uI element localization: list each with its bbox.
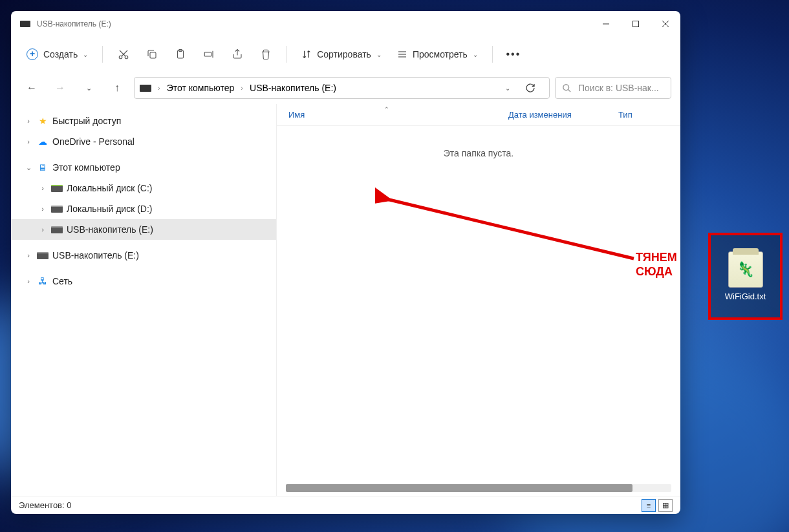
sidebar-item-label: Этот компьютер (52, 162, 120, 173)
up-button[interactable]: ↑ (105, 76, 129, 100)
expand-icon[interactable]: › (38, 226, 47, 233)
sidebar-item[interactable]: ›Локальный диск (C:) (11, 178, 276, 198)
empty-folder-text: Эта папка пуста. (277, 126, 680, 180)
drive-icon (20, 21, 30, 27)
svg-point-17 (563, 84, 569, 90)
sidebar-item[interactable]: ›USB-накопитель (E:) (11, 245, 276, 266)
create-label: Создать (43, 49, 78, 59)
expand-icon[interactable]: › (38, 205, 47, 213)
minimize-button[interactable] (591, 11, 621, 37)
sort-icon (301, 49, 312, 59)
svg-rect-11 (204, 52, 211, 56)
sidebar-item-label: Локальный диск (C:) (67, 183, 153, 193)
view-label: Просмотреть (413, 49, 468, 59)
icons-view-button[interactable]: ▦ (658, 499, 673, 512)
sidebar-item[interactable]: ›☁OneDrive - Personal (11, 131, 276, 152)
chevron-down-icon[interactable]: ⌄ (505, 85, 510, 92)
toolbar: Создать ⌄ Сортировать ⌄ Просмотреть ⌄ ••… (11, 37, 680, 72)
sidebar-item[interactable]: ›USB-накопитель (E:) (11, 219, 276, 240)
column-date[interactable]: Дата изменения (497, 110, 607, 120)
sidebar-item-label: USB-накопитель (E:) (67, 224, 153, 235)
cut-button[interactable] (111, 43, 136, 66)
svg-rect-1 (633, 21, 639, 27)
svg-line-18 (568, 89, 570, 92)
column-type[interactable]: Тип (607, 110, 671, 120)
status-bar: Элементов: 0 ≡ ▦ (11, 496, 680, 514)
maximize-button[interactable] (621, 11, 651, 37)
details-view-button[interactable]: ≡ (642, 499, 656, 512)
expand-icon[interactable]: › (24, 251, 33, 259)
navigation-row: ← → ⌄ ↑ › Этот компьютер › USB-накопител… (11, 72, 680, 104)
chevron-right-icon: › (158, 84, 160, 92)
sort-label: Сортировать (317, 49, 371, 59)
file-list: ⌃Имя Дата изменения Тип Эта папка пуста. (276, 104, 680, 496)
breadcrumb-root[interactable]: Этот компьютер (167, 83, 235, 93)
drive-icon (140, 85, 151, 92)
back-button[interactable]: ← (20, 76, 43, 100)
sidebar-item-label: Быстрый доступ (52, 116, 121, 126)
expand-icon[interactable]: › (24, 138, 33, 145)
column-headers: ⌃Имя Дата изменения Тип (277, 104, 680, 126)
sort-indicator-icon: ⌃ (384, 106, 389, 112)
expand-icon[interactable]: › (24, 277, 33, 285)
status-text: Элементов: 0 (19, 500, 71, 510)
expand-icon[interactable]: › (24, 117, 33, 125)
expand-icon[interactable]: › (38, 184, 47, 192)
sort-button[interactable]: Сортировать ⌄ (295, 43, 388, 66)
search-input[interactable]: Поиск в: USB-нак... (555, 77, 671, 99)
refresh-button[interactable] (517, 77, 544, 99)
delete-button[interactable] (253, 43, 279, 66)
search-placeholder: Поиск в: USB-нак... (578, 83, 659, 93)
notepad-file-icon (728, 251, 763, 288)
sidebar-item-label: Локальный диск (D:) (67, 204, 153, 214)
chevron-down-icon: ⌄ (83, 51, 88, 58)
breadcrumb-current[interactable]: USB-накопитель (E:) (250, 83, 336, 93)
sidebar-item[interactable]: ›🖧Сеть (11, 271, 276, 292)
paste-button[interactable] (168, 43, 193, 66)
expand-icon[interactable]: ⌄ (24, 164, 33, 172)
sidebar: ›★Быстрый доступ›☁OneDrive - Personal⌄🖥Э… (11, 104, 276, 496)
share-button[interactable] (224, 43, 250, 66)
sidebar-item[interactable]: ›Локальный диск (D:) (11, 198, 276, 219)
desktop-file-highlighted[interactable]: WiFiGid.txt (708, 233, 783, 320)
annotation-text: ТЯНЕМ СЮДА (636, 251, 677, 279)
view-icon (397, 49, 407, 59)
titlebar: USB-накопитель (E:) (11, 11, 680, 37)
close-button[interactable] (651, 11, 680, 37)
copy-button[interactable] (139, 43, 165, 66)
window-title: USB-накопитель (E:) (37, 19, 111, 28)
sidebar-item-label: USB-накопитель (E:) (52, 250, 139, 261)
search-icon (562, 83, 572, 93)
horizontal-scrollbar[interactable] (286, 484, 671, 492)
recent-button[interactable]: ⌄ (77, 76, 100, 100)
file-explorer-window: USB-накопитель (E:) Создать ⌄ Сортироват… (11, 11, 680, 514)
sidebar-item[interactable]: ⌄🖥Этот компьютер (11, 157, 276, 178)
chevron-down-icon: ⌄ (376, 51, 382, 58)
column-name[interactable]: ⌃Имя (277, 110, 497, 120)
view-button[interactable]: Просмотреть ⌄ (391, 43, 484, 66)
desktop-file-label: WiFiGid.txt (725, 292, 766, 301)
chevron-down-icon: ⌄ (473, 51, 478, 58)
sidebar-item-label: OneDrive - Personal (52, 136, 135, 147)
svg-rect-8 (150, 52, 156, 58)
forward-button[interactable]: → (49, 76, 72, 100)
plus-icon (27, 48, 38, 60)
rename-button[interactable] (196, 43, 222, 66)
sidebar-item-label: Сеть (52, 276, 72, 286)
sidebar-item[interactable]: ›★Быстрый доступ (11, 111, 276, 131)
chevron-right-icon: › (241, 84, 243, 92)
address-bar[interactable]: › Этот компьютер › USB-накопитель (E:) ⌄ (134, 77, 550, 99)
more-button[interactable]: ••• (501, 43, 526, 66)
create-button[interactable]: Создать ⌄ (20, 43, 94, 66)
